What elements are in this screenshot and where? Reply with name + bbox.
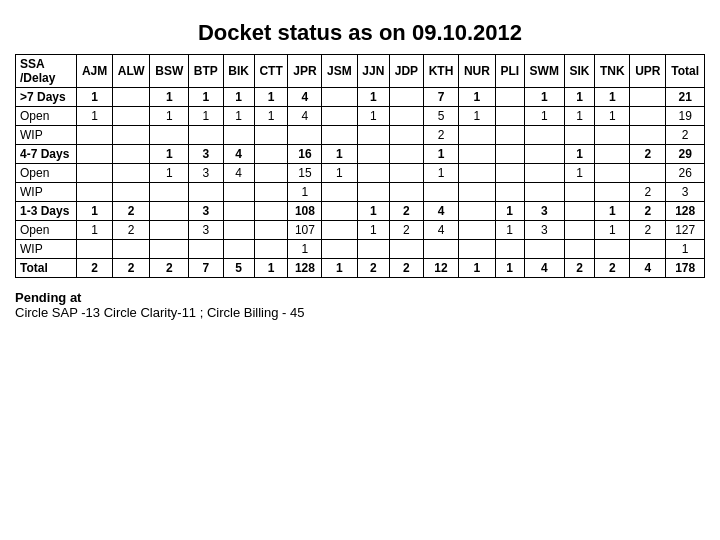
cell xyxy=(357,126,389,145)
cell: 4 xyxy=(524,259,564,278)
cell xyxy=(254,202,288,221)
col-header-pli: PLI xyxy=(495,55,524,88)
table-row: Open1341511126 xyxy=(16,164,705,183)
cell xyxy=(254,164,288,183)
cell: 1 xyxy=(495,202,524,221)
pending-section: Pending at Circle SAP -13 Circle Clarity… xyxy=(15,290,304,320)
cell: 1 xyxy=(524,88,564,107)
cell xyxy=(495,88,524,107)
cell: 1 xyxy=(423,145,458,164)
cell: 108 xyxy=(288,202,322,221)
cell: 2 xyxy=(564,259,594,278)
cell: 16 xyxy=(288,145,322,164)
cell xyxy=(322,221,357,240)
cell: 1 xyxy=(564,164,594,183)
cell: 5 xyxy=(223,259,254,278)
cell: 2 xyxy=(666,126,705,145)
cell xyxy=(113,183,150,202)
cell xyxy=(77,164,113,183)
cell xyxy=(150,240,189,259)
cell xyxy=(459,202,496,221)
col-header-tnk: TNK xyxy=(595,55,630,88)
row-label->7-days: >7 Days xyxy=(16,88,77,107)
cell xyxy=(390,126,424,145)
table-row: WIP123 xyxy=(16,183,705,202)
cell: 1 xyxy=(150,145,189,164)
cell: 128 xyxy=(288,259,322,278)
cell xyxy=(189,126,224,145)
cell: 1 xyxy=(254,107,288,126)
cell xyxy=(113,88,150,107)
cell: 1 xyxy=(357,107,389,126)
cell xyxy=(322,240,357,259)
cell xyxy=(459,221,496,240)
cell xyxy=(390,145,424,164)
cell: 1 xyxy=(595,202,630,221)
col-header-bsw: BSW xyxy=(150,55,189,88)
cell: 2 xyxy=(390,202,424,221)
cell xyxy=(390,183,424,202)
cell xyxy=(254,221,288,240)
cell: 1 xyxy=(288,183,322,202)
page-title: Docket status as on 09.10.2012 xyxy=(198,20,522,46)
cell xyxy=(459,145,496,164)
cell: 12 xyxy=(423,259,458,278)
cell: 29 xyxy=(666,145,705,164)
table-row: Open11111415111119 xyxy=(16,107,705,126)
row-label-open: Open xyxy=(16,164,77,183)
col-header-bik: BIK xyxy=(223,55,254,88)
cell xyxy=(77,145,113,164)
cell xyxy=(524,145,564,164)
col-header-jsm: JSM xyxy=(322,55,357,88)
table-row: WIP22 xyxy=(16,126,705,145)
cell xyxy=(459,126,496,145)
cell xyxy=(495,183,524,202)
cell: 7 xyxy=(423,88,458,107)
cell xyxy=(223,221,254,240)
col-header-kth: KTH xyxy=(423,55,458,88)
cell: 4 xyxy=(223,164,254,183)
cell xyxy=(630,126,666,145)
cell xyxy=(254,240,288,259)
cell: 1 xyxy=(595,107,630,126)
table-row: >7 Days11111417111121 xyxy=(16,88,705,107)
cell xyxy=(595,126,630,145)
cell xyxy=(254,145,288,164)
table-row: Open1231071241312127 xyxy=(16,221,705,240)
cell: 1 xyxy=(322,164,357,183)
cell xyxy=(459,164,496,183)
cell xyxy=(150,221,189,240)
cell xyxy=(254,183,288,202)
row-label-total: Total xyxy=(16,259,77,278)
pending-line2: Circle SAP -13 Circle Clarity-11 ; Circl… xyxy=(15,305,304,320)
cell xyxy=(595,164,630,183)
cell: 1 xyxy=(357,202,389,221)
cell: 1 xyxy=(150,164,189,183)
cell xyxy=(189,240,224,259)
cell xyxy=(495,145,524,164)
cell: 1 xyxy=(595,88,630,107)
cell: 26 xyxy=(666,164,705,183)
cell xyxy=(595,240,630,259)
cell xyxy=(77,126,113,145)
col-header-swm: SWM xyxy=(524,55,564,88)
cell: 4 xyxy=(288,88,322,107)
table-row: Total22275112812212114224178 xyxy=(16,259,705,278)
cell: 3 xyxy=(189,202,224,221)
cell xyxy=(189,183,224,202)
cell: 1 xyxy=(223,88,254,107)
cell: 1 xyxy=(77,88,113,107)
col-header-sik: SIK xyxy=(564,55,594,88)
cell: 107 xyxy=(288,221,322,240)
cell xyxy=(495,164,524,183)
cell xyxy=(322,107,357,126)
cell xyxy=(322,183,357,202)
cell xyxy=(223,126,254,145)
cell: 1 xyxy=(223,107,254,126)
col-header-upr: UPR xyxy=(630,55,666,88)
cell xyxy=(630,107,666,126)
cell xyxy=(564,183,594,202)
cell xyxy=(357,145,389,164)
cell: 7 xyxy=(189,259,224,278)
col-header-btp: BTP xyxy=(189,55,224,88)
